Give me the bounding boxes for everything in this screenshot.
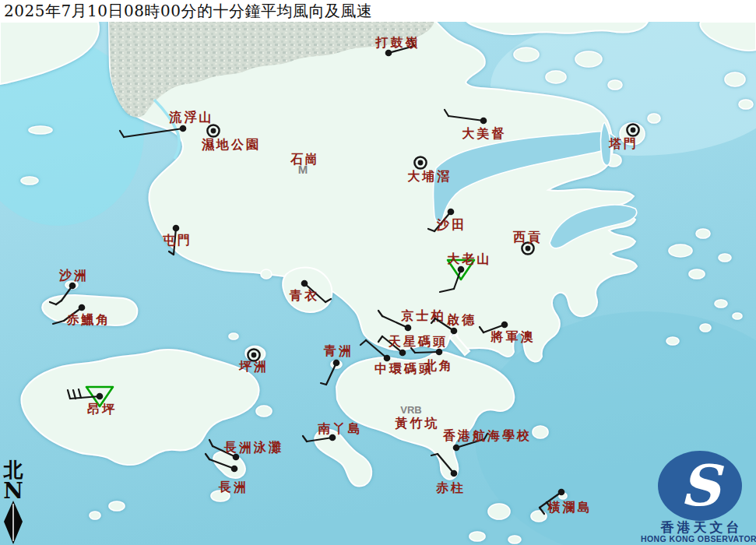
calm-dot-icon (526, 246, 531, 251)
station-label: 長洲泳灘 (223, 440, 283, 455)
station-dot-icon (97, 393, 104, 400)
station-label: 昂坪 (87, 402, 117, 417)
station-label: 濕地公園 (201, 137, 261, 152)
station-label: 橫瀾島 (547, 500, 592, 515)
station-dot-icon (458, 266, 465, 273)
station-dot-icon (480, 118, 487, 125)
station-label: 赤鱲角 (66, 312, 111, 327)
station-dot-icon (558, 489, 565, 496)
station-dot-icon (384, 355, 391, 362)
station-dot-icon (79, 304, 86, 311)
title-bar: 2025年7月10日08時00分的十分鐘平均風向及風速 (0, 0, 756, 22)
hko-logo-swirl: S (680, 452, 724, 519)
station-label: 香港航海學校 (442, 428, 532, 443)
hk-wind-map-screen: 打鼓嶺流浮山濕地公園M石崗大美督大埔滘塔門沙田西貢大老山屯門沙洲赤鱲角青衣青洲京… (0, 0, 756, 545)
station-label: 長洲 (218, 480, 248, 494)
station-dot-icon (333, 360, 340, 367)
calm-dot-icon (251, 353, 257, 358)
station-dot-icon (301, 280, 308, 287)
station-label: 青衣 (289, 288, 319, 303)
station-dot-icon (451, 328, 458, 335)
hko-logo-name-cn: 香港天文台 (660, 519, 743, 535)
station-label: 屯門 (162, 233, 192, 248)
station-label: 大老山 (448, 251, 492, 266)
station-dot-icon (405, 325, 412, 332)
station-label: 打鼓嶺 (375, 35, 420, 50)
station-label: 南丫島 (318, 421, 363, 436)
station-dot-icon (69, 283, 76, 290)
station-dot-icon (173, 225, 180, 232)
station-dot-icon (436, 349, 443, 356)
calm-dot-icon (631, 128, 636, 133)
hko-logo-name-en: HONG KONG OBSERVATORY (641, 534, 756, 543)
station-label: 啟德 (446, 312, 476, 327)
station-dot-icon (385, 50, 392, 57)
station-label: 塔門 (608, 136, 638, 151)
station-label: 大美督 (462, 126, 507, 141)
station-label: 坪洲 (238, 359, 269, 374)
calm-dot-icon (211, 128, 216, 134)
station-label: 石崗 (290, 152, 320, 167)
station-label: 沙田 (436, 217, 466, 232)
station-label: 青洲 (323, 343, 353, 358)
station-label: 天星碼頭 (388, 334, 448, 349)
station-label: 大埔滘 (408, 169, 452, 184)
station-dot-icon (231, 466, 238, 473)
station-dot-icon (180, 125, 187, 132)
station-label: 赤柱 (435, 480, 466, 495)
station-label: 將軍澳 (491, 329, 536, 344)
map-title: 2025年7月10日08時00分的十分鐘平均風向及風速 (0, 2, 372, 20)
station-label: 黃竹坑 (395, 416, 440, 431)
station-dot-icon (453, 445, 460, 452)
shenzhen-east-coast (467, 22, 648, 34)
station-dot-icon (451, 470, 458, 477)
variable-wind-symbol: VRB (400, 404, 421, 416)
station-label: 流浮山 (169, 110, 214, 125)
compass-n-letter: N (3, 478, 23, 504)
wind-barb (415, 352, 439, 353)
station-dot-icon (399, 350, 406, 357)
station-label: 沙洲 (58, 268, 89, 283)
station-dot-icon (501, 322, 508, 329)
calm-dot-icon (418, 160, 424, 166)
station-label: 北角 (424, 358, 454, 373)
station-label: 西貢 (512, 230, 543, 244)
station-dot-icon (448, 209, 455, 216)
hk-wind-map: 打鼓嶺流浮山濕地公園M石崗大美督大埔滘塔門沙田西貢大老山屯門沙洲赤鱲角青衣青洲京… (0, 0, 756, 545)
